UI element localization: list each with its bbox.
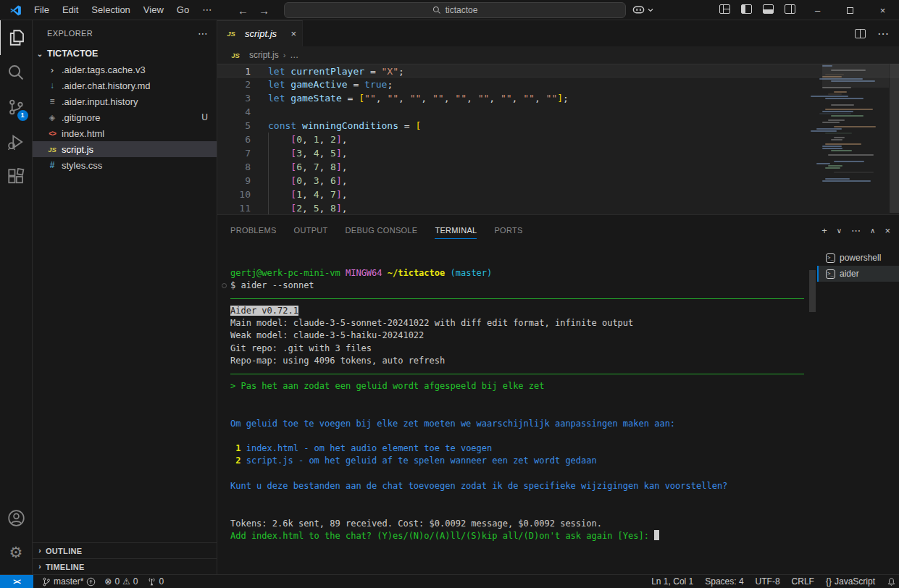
timeline-section[interactable]: › TIMELINE (33, 558, 217, 574)
eol-item[interactable]: CRLF (792, 576, 814, 587)
menu-view[interactable]: View (137, 2, 170, 18)
toggle-primary-sidebar-icon[interactable] (741, 4, 752, 14)
maximize-panel-icon[interactable]: ∧ (870, 227, 875, 235)
editor-scrollbar[interactable] (890, 64, 899, 213)
menu-selection[interactable]: Selection (85, 2, 136, 18)
file-item--aider-tags-cache-v3[interactable]: ›.aider.tags.cache.v3 (33, 62, 217, 77)
menu-more[interactable]: ⋯ (196, 2, 218, 18)
file-item-index-html[interactable]: <>index.html (33, 125, 217, 141)
terminal-view[interactable]: gertj@werk-pc-mini-vm MINGW64 ~/tictacto… (217, 245, 817, 574)
code-line[interactable]: 10 [1, 4, 7], (217, 188, 899, 201)
radio-tower-icon (147, 577, 156, 587)
activity-bar: 1 ⚙ (0, 20, 33, 574)
code-line[interactable]: 1let currentPlayer = "X"; (217, 64, 899, 77)
line-content (251, 105, 268, 119)
panel-tab-ports[interactable]: PORTS (494, 215, 522, 245)
notifications-item[interactable] (887, 577, 896, 587)
minimap-line (814, 141, 849, 143)
panel-tab-output[interactable]: OUTPUT (294, 215, 328, 245)
run-debug-button[interactable] (0, 125, 33, 159)
root-folder-row[interactable]: ⌄ TICTACTOE (33, 46, 217, 62)
panel-tab-terminal[interactable]: TERMINAL (435, 215, 477, 245)
close-button[interactable]: × (866, 0, 899, 20)
menu-edit[interactable]: Edit (56, 2, 85, 18)
command-decoration-icon[interactable] (222, 283, 227, 288)
minimap-line (831, 104, 854, 106)
minimap-line (831, 115, 864, 117)
explorer-icon (8, 29, 25, 46)
minimap-line (825, 109, 873, 110)
minimap-line (834, 126, 876, 127)
code-editor[interactable]: 1let currentPlayer = "X";2let gameActive… (217, 64, 899, 214)
panel-tab-problems[interactable]: PROBLEMS (230, 215, 277, 245)
terminal-item-powershell[interactable]: >_powershell (817, 250, 899, 266)
terminal-item-aider[interactable]: >_aider (817, 266, 899, 282)
language-item[interactable]: {} JavaScript (826, 576, 875, 587)
encoding-item[interactable]: UTF-8 (756, 576, 780, 587)
file-tree: ›.aider.tags.cache.v3↓.aider.chat.histor… (33, 62, 217, 173)
forward-arrow-icon[interactable]: → (259, 4, 269, 17)
breadcrumb-tail[interactable]: … (290, 50, 298, 60)
terminal-dropdown-icon[interactable]: ∨ (837, 227, 842, 235)
command-center-search[interactable]: tictactoe (284, 2, 626, 18)
vscode-window: FileEditSelectionViewGo⋯ ← → tictactoe (0, 0, 899, 588)
toggle-secondary-sidebar-icon[interactable] (785, 4, 795, 14)
code-line[interactable]: 8 [6, 7, 8], (217, 160, 899, 174)
search-button[interactable] (0, 55, 33, 90)
close-panel-icon[interactable]: × (885, 225, 890, 236)
code-line[interactable]: 11 [2, 5, 8], (217, 201, 899, 214)
code-line[interactable]: 7 [3, 4, 5], (217, 146, 899, 160)
terminal-line (230, 492, 817, 505)
file-item--gitignore[interactable]: ◈.gitignoreU (33, 109, 217, 125)
file-item--aider-chat-history-md[interactable]: ↓.aider.chat.history.md (33, 77, 217, 93)
new-terminal-icon[interactable]: + (821, 225, 827, 236)
terminal-rule-line (230, 374, 804, 374)
more-actions-icon[interactable]: ⋯ (877, 27, 889, 41)
panel-more-actions-icon[interactable]: ⋯ (851, 225, 861, 236)
outline-section[interactable]: › OUTLINE (33, 542, 217, 558)
minimize-button[interactable]: – (801, 0, 834, 20)
back-arrow-icon[interactable]: ← (238, 4, 248, 17)
terminal-line: 2 script.js - om het geluid af te spelen… (230, 455, 817, 467)
terminal-rule (230, 293, 817, 305)
terminal-cursor (654, 530, 659, 540)
account-button[interactable] (0, 500, 33, 535)
code-line[interactable]: 9 [0, 3, 6], (217, 174, 899, 188)
maximize-button[interactable] (834, 0, 866, 20)
settings-button[interactable]: ⚙ (0, 535, 33, 570)
extensions-button[interactable] (0, 159, 33, 194)
breadcrumb-file[interactable]: script.js (249, 50, 279, 60)
split-editor-icon[interactable] (855, 29, 866, 38)
tab-close-icon[interactable]: × (290, 28, 296, 39)
code-line[interactable]: 4 (217, 105, 899, 119)
code-line[interactable]: 3let gameState = ["", "", "", "", "", ""… (217, 91, 899, 105)
git-branch-item[interactable]: master* (42, 576, 96, 587)
code-line[interactable]: 6 [0, 1, 2], (217, 133, 899, 146)
tab-script-js[interactable]: JS script.js × (217, 20, 303, 46)
problems-item[interactable]: ⊗ 0 ⚠ 0 (104, 576, 138, 587)
menu-go[interactable]: Go (170, 2, 196, 18)
status-right-group: Ln 1, Col 1 Spaces: 4 UTF-8 CRLF {} Java… (640, 576, 896, 587)
terminal-label: aider (840, 269, 859, 279)
indentation-item[interactable]: Spaces: 4 (705, 576, 743, 587)
copilot-button[interactable] (632, 3, 653, 17)
customize-layout-icon[interactable] (719, 4, 730, 14)
code-line[interactable]: 5const winningConditions = [ (217, 119, 899, 133)
file-item--aider-input-history[interactable]: ≡.aider.input.history (33, 93, 217, 109)
minimap-viewport[interactable] (822, 64, 889, 88)
cursor-position-item[interactable]: Ln 1, Col 1 (651, 576, 693, 587)
panel-tab-debug-console[interactable]: DEBUG CONSOLE (346, 215, 418, 245)
remote-indicator[interactable]: >< (0, 575, 33, 588)
file-item-script-js[interactable]: JSscript.js (33, 141, 217, 157)
breadcrumb[interactable]: JS script.js › … (217, 46, 899, 64)
file-item-styles-css[interactable]: #styles.css (33, 157, 217, 173)
explorer-button[interactable] (0, 20, 33, 55)
terminal-line: > Pas het aan zodat een geluid wordt afg… (230, 380, 817, 392)
terminal-line (230, 430, 817, 442)
source-control-button[interactable]: 1 (0, 90, 33, 125)
ports-item[interactable]: 0 (147, 576, 164, 587)
toggle-panel-icon[interactable] (763, 4, 774, 14)
menu-file[interactable]: File (28, 2, 56, 18)
code-line[interactable]: 2let gameActive = true; (217, 77, 899, 91)
explorer-more-actions-icon[interactable]: ⋯ (198, 28, 208, 39)
